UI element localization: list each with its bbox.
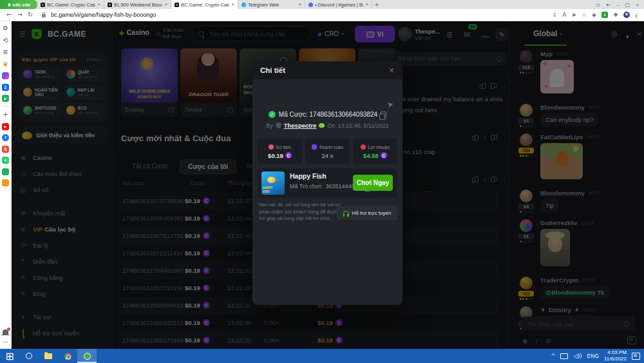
headset-icon	[343, 211, 349, 215]
browser-toolbar: ← → ↻ bc.game/vi/game/happy-fish-by-booo…	[0, 9, 644, 21]
newsfeed-icon[interactable]: ≣	[2, 48, 10, 56]
taskbar-search-icon[interactable]	[19, 349, 39, 363]
tab-booongo[interactable]: $1,500 Weekend Booongo M×	[104, 0, 171, 9]
modal-title: Chi tiết	[260, 66, 285, 74]
new-tab-button[interactable]: +	[372, 0, 381, 9]
tab-telegram[interactable]: Telegram Web×	[238, 0, 305, 9]
game-title: Happy Fish	[290, 172, 327, 180]
window-close-button[interactable]: ×	[636, 2, 639, 8]
tab-close-icon[interactable]: ×	[231, 2, 234, 7]
youtube-icon[interactable]: ▶	[2, 123, 9, 130]
tab-discord[interactable]: • Discord | #games | BC G×	[305, 0, 372, 9]
modal-close-icon[interactable]: ×	[388, 66, 395, 75]
coccoc-logo-icon	[7, 3, 12, 7]
bcgame-favicon	[175, 3, 179, 7]
discord-favicon	[308, 3, 313, 7]
messenger-icon[interactable]	[2, 72, 9, 79]
tab-close-icon[interactable]: ×	[365, 2, 368, 7]
window-minimize-button[interactable]: –	[616, 2, 619, 8]
pin-sidebar-icon[interactable]: ⇤	[607, 2, 611, 8]
tab-search-icon[interactable]: ▭	[596, 2, 601, 8]
bcgame-favicon	[41, 3, 45, 7]
coccoc-brand[interactable]: cốc cốc	[0, 0, 37, 9]
tray-expand-icon[interactable]: ^	[551, 353, 555, 359]
frog-emoji	[319, 123, 325, 128]
tab-close-icon[interactable]: ×	[298, 2, 301, 7]
chrome-icon[interactable]	[58, 349, 77, 363]
clock[interactable]: 4:03 PM11/6/2022	[604, 349, 627, 362]
mini-avatar	[276, 123, 281, 128]
support-note: Mọi vấn đề, xin vui lòng liên hệ với bộ …	[259, 202, 341, 222]
browser-sidebar: ⚙ ⟲ ≣ ♛ Z ▸ + ▶ f S + ⋯	[0, 21, 12, 349]
windows-taskbar: ⊞ ^ ◁)) ENG 4:03 PM11/6/2022	[0, 349, 644, 363]
file-explorer-icon[interactable]	[39, 349, 58, 363]
stat-amount: Số tiền $0.19C	[258, 139, 302, 164]
volume-icon[interactable]: ◁))	[573, 353, 582, 359]
modal-game-card: HAPPYFISH Happy Fish Mã Trò chơi: 363514…	[258, 168, 397, 198]
bcgame-page: ☰ B BC.GAME Đặc quyền VIP của tôi Thêm ›…	[12, 21, 644, 349]
downloads-icon[interactable]: ⤓	[635, 12, 638, 19]
bet-id: 1748636130664093824	[310, 111, 378, 118]
bet-username[interactable]: Thespectre	[284, 122, 317, 129]
share-bet-icon[interactable]: ➤	[386, 99, 395, 110]
bookmark-star-icon[interactable]: ☆	[582, 12, 587, 18]
download-extension-icon[interactable]: ↓	[601, 12, 608, 18]
coin-icon: C	[381, 152, 387, 159]
coccoc-taskbar-icon[interactable]	[77, 349, 97, 363]
adblock-shield-icon[interactable]: ◈	[592, 12, 596, 18]
window-maximize-button[interactable]: ▢	[625, 2, 630, 8]
payout-icon	[312, 144, 317, 150]
gift-app-icon[interactable]: +	[2, 157, 9, 164]
zalo-icon[interactable]: Z	[2, 84, 9, 91]
bet-details-modal: Chi tiết × ➤ ✓ Mã Cược: 1748636130664093…	[252, 61, 402, 305]
crown-vip-icon[interactable]: ♛	[2, 61, 10, 68]
tab-bcgame-active[interactable]: BC.Game: Crypto Casino Gan×	[171, 0, 238, 9]
copy-icon[interactable]	[381, 112, 386, 118]
lock-icon	[42, 14, 46, 17]
profile-icon[interactable]	[623, 12, 630, 18]
telegram-favicon	[242, 3, 246, 7]
coin-icon: C	[285, 152, 292, 159]
back-button[interactable]: ←	[6, 12, 12, 18]
share-icon[interactable]: ➤	[571, 12, 576, 18]
reload-button[interactable]: ↻	[28, 12, 33, 18]
settings-icon[interactable]: ⚙	[2, 25, 10, 32]
start-button[interactable]: ⊞	[0, 349, 19, 363]
stat-profit: Lợi nhuận $4.58C	[353, 139, 397, 164]
amount-icon	[269, 144, 274, 150]
bcgame-favicon	[108, 3, 112, 7]
play-now-button[interactable]: Chơi Ngay	[353, 175, 393, 191]
history-icon[interactable]: ⟲	[2, 37, 10, 44]
forward-button[interactable]: →	[17, 12, 22, 18]
bet-datetime: 13:22:46, 5/11/2022	[337, 123, 388, 129]
tab-close-icon[interactable]: ×	[97, 2, 100, 7]
network-icon[interactable]	[560, 353, 568, 359]
profit-icon	[361, 144, 366, 150]
action-center-icon[interactable]	[632, 353, 640, 360]
shop-hat-icon[interactable]	[2, 168, 9, 175]
notifications-bell-icon[interactable]	[3, 329, 8, 335]
extensions-icon[interactable]: ❖	[613, 12, 618, 18]
tab-bcgame-1[interactable]: BC.Game: Crypto Casino Gan×	[37, 0, 104, 9]
facebook-icon[interactable]: f	[2, 134, 9, 141]
tab-close-icon[interactable]: ×	[164, 2, 167, 7]
address-bar[interactable]: bc.game/vi/game/happy-fish-by-booongo	[51, 12, 547, 18]
screen: cốc cốc BC.Game: Crypto Casino Gan× $1,5…	[0, 0, 644, 363]
cart-app-icon[interactable]	[2, 179, 9, 186]
language-indicator[interactable]: ENG	[587, 353, 599, 359]
save-page-icon[interactable]: ⇩	[553, 12, 558, 18]
stat-payout: Thanh toán 24 x	[305, 139, 350, 164]
shopee-icon[interactable]: S	[2, 146, 9, 153]
translate-icon[interactable]: A	[562, 12, 566, 18]
game-thumbnail[interactable]: HAPPYFISH	[261, 172, 285, 195]
more-icon[interactable]: ⋯	[2, 338, 10, 346]
verified-check-icon: ✓	[269, 111, 276, 118]
gamepad-icon[interactable]: ▸	[2, 95, 9, 102]
browser-tabbar: cốc cốc BC.Game: Crypto Casino Gan× $1,5…	[0, 0, 644, 9]
live-support-button[interactable]: Hỗ trợ trực tuyến	[337, 206, 397, 220]
add-app-icon[interactable]: +	[2, 111, 10, 119]
